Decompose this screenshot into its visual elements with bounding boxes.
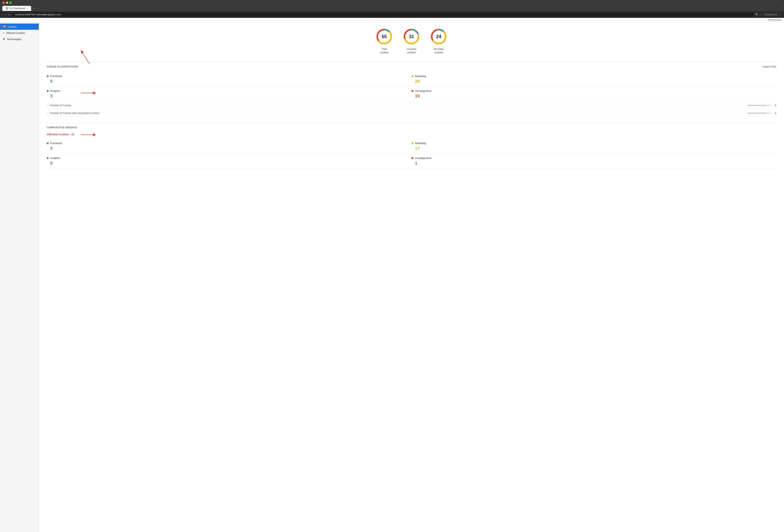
sidebar-item-affected-cookies[interactable]: ○ Affected Cookies <box>0 30 39 36</box>
class-functional-header: Functional <box>47 75 412 78</box>
comp-functional: Functional 3 <box>47 139 412 154</box>
traffic-lights <box>2 2 12 4</box>
comp-functional-label: Functional <box>50 142 62 145</box>
class-analytics-header: Analytics <box>47 89 412 92</box>
chart-total: 55 Totalcookies <box>375 28 393 54</box>
address-input[interactable] <box>12 12 753 17</box>
cookie-classification-title: COOKIE CLASSIFICATION <box>47 65 78 68</box>
comp-analytics-label: Analytics <box>50 156 60 159</box>
marketing-value: 28 <box>412 79 776 84</box>
sidebar-item-technologies-label: Technologies <box>7 38 22 41</box>
uncategorized-dot <box>412 90 413 92</box>
comparative-insights-title: COMPARATIVE INSIGHTS <box>47 126 77 129</box>
expand-view-button[interactable]: Expand View <box>763 65 776 68</box>
comp-analytics-header: Analytics <box>47 156 412 159</box>
uncategorized-label: Uncategorized <box>415 89 431 92</box>
main-content: 55 Totalcookies 31 <box>39 22 784 532</box>
analytics-value: 3 <box>47 93 412 98</box>
tab-favicon: 🌐 <box>5 7 8 10</box>
comp-marketing-label: Marketing <box>415 142 426 145</box>
address-bar: ‹ › ↻ 🔍 ☆ Incognito (2) ⋮ <box>0 11 784 18</box>
technologies-icon: ⚙ <box>3 37 5 41</box>
frames-bar-2 <box>748 113 771 114</box>
total-label: Totalcookies <box>380 47 389 54</box>
tab-title: CLI Dashboard <box>9 7 25 10</box>
comp-functional-header: Functional <box>47 142 412 145</box>
uncategorized-value: 19 <box>412 93 776 98</box>
sidebar-item-affected-cookies-label: Affected Cookies <box>6 31 25 34</box>
app-container: 🍪 Cookies ○ Affected Cookies ⚙ Technolog… <box>0 22 784 532</box>
active-tab[interactable]: 🌐 CLI Dashboard ✕ <box>2 6 31 11</box>
frames-row-1: Number of Frames 3 <box>47 101 776 109</box>
comp-uncategorized-label: Uncategorized <box>415 156 431 159</box>
titlebar <box>0 0 784 5</box>
marketing-label: Marketing <box>415 75 426 78</box>
class-marketing-header: Marketing <box>412 75 776 78</box>
charts-row: 55 Totalcookies 31 <box>47 28 776 54</box>
functional-value: 5 <box>47 79 412 84</box>
comp-analytics: Analytics 0 <box>47 154 412 169</box>
frames-dot-2 <box>47 112 49 114</box>
donut-first-party: 31 <box>403 28 420 45</box>
comp-marketing-header: Marketing <box>412 142 776 145</box>
comp-marketing-value: 17 <box>412 146 776 151</box>
close-traffic-light[interactable] <box>2 2 5 4</box>
comp-functional-dot <box>47 142 49 144</box>
comparative-grid: Functional 3 Marketing 17 Anal <box>47 139 776 169</box>
comp-marketing-dot <box>412 142 413 144</box>
comp-uncategorized: Uncategorized 1 <box>412 154 776 169</box>
third-party-label: 3rd partycookies <box>433 47 444 54</box>
frames-row-2: Number of Frames with Associated Cookies… <box>47 109 776 117</box>
chart-third-party: 24 3rd partycookies <box>430 28 447 54</box>
frames-dot-1 <box>47 105 49 106</box>
address-right-controls: 🔍 ☆ Incognito (2) ⋮ <box>755 13 782 16</box>
zoom-icon: 🔍 <box>755 13 758 16</box>
third-party-value: 24 <box>436 34 441 39</box>
frames-bar-1 <box>748 105 771 106</box>
donut-total: 55 <box>375 28 393 45</box>
new-tab-button[interactable]: + <box>32 5 37 11</box>
fullscreen-traffic-light[interactable] <box>9 2 12 4</box>
bookmarks-bar: All Bookmarks <box>0 18 784 22</box>
affected-cookies-label: Affected Cookies : 21 <box>47 133 776 136</box>
affected-cookies-icon: ○ <box>3 31 4 34</box>
classification-grid: Functional 5 Marketing 28 Anal <box>47 72 776 101</box>
comp-analytics-dot <box>47 157 49 159</box>
sidebar-item-cookies-label: Cookies <box>7 25 17 28</box>
chart-first-party: 31 1st partycookies <box>403 28 420 54</box>
analytics-label: Analytics <box>50 89 60 92</box>
comp-uncategorized-value: 1 <box>412 160 776 166</box>
sidebar-item-technologies[interactable]: ⚙ Technologies <box>0 36 39 42</box>
bookmark-star-icon[interactable]: ☆ <box>760 13 762 16</box>
forward-button[interactable]: › <box>5 13 6 16</box>
sidebar-item-cookies[interactable]: 🍪 Cookies <box>0 24 39 30</box>
class-uncategorized-header: Uncategorized <box>412 89 776 92</box>
class-uncategorized: Uncategorized 19 <box>412 87 776 101</box>
back-button[interactable]: ‹ <box>2 13 3 16</box>
first-party-label: 1st partycookies <box>407 47 416 54</box>
menu-icon[interactable]: ⋮ <box>779 13 782 16</box>
comp-functional-value: 3 <box>47 146 412 151</box>
frames-count-2: 3 <box>772 112 776 115</box>
minimize-traffic-light[interactable] <box>6 2 8 4</box>
comp-marketing: Marketing 17 <box>412 139 776 154</box>
cookies-icon: 🍪 <box>3 25 6 28</box>
frames-count-1: 3 <box>772 104 776 107</box>
total-value: 55 <box>382 34 387 39</box>
tab-close-button[interactable]: ✕ <box>26 7 28 9</box>
donut-third-party: 24 <box>430 28 447 45</box>
incognito-label: Incognito (2) <box>764 13 777 16</box>
frames-bar-fill-2 <box>748 113 766 114</box>
analytics-dot <box>47 90 49 92</box>
comp-analytics-value: 0 <box>47 160 412 166</box>
frames-bar-fill-1 <box>748 105 766 106</box>
class-functional: Functional 5 <box>47 72 412 87</box>
class-analytics: Analytics 3 <box>47 87 412 101</box>
first-party-value: 31 <box>409 34 414 39</box>
comp-uncategorized-header: Uncategorized <box>412 156 776 159</box>
frames-label-2: Number of Frames with Associated Cookies <box>50 112 746 115</box>
comp-uncategorized-dot <box>412 157 413 159</box>
reload-button[interactable]: ↻ <box>8 13 10 16</box>
functional-label: Functional <box>50 75 62 78</box>
marketing-dot <box>412 75 413 77</box>
